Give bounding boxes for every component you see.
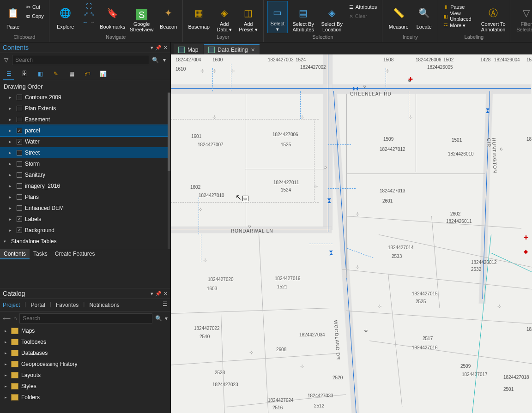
layer-item[interactable]: ▸ ✓ parcel [0,125,170,136]
list-labeling-icon[interactable]: 🏷 [82,69,92,79]
pause-labeling-button[interactable]: ⏸Pause [442,3,478,11]
expander-icon[interactable]: ▸ [5,384,8,389]
more-labeling-button[interactable]: ☲More ▾ [442,21,478,30]
basemap-button[interactable]: ▦Basemap [187,1,212,33]
layer-item[interactable]: ▸ Plan Extents [0,103,170,114]
catalog-item[interactable]: ▸Geoprocessing History [0,359,170,370]
visibility-checkbox[interactable] [17,194,22,200]
tab-create-features[interactable]: Create Features [51,249,99,259]
zoom-in-icon[interactable]: ⤢ [84,11,88,17]
expander-icon[interactable]: ▸ [5,362,8,366]
expander-icon[interactable]: ▸ [5,340,8,344]
expander-icon[interactable]: ▸ [5,395,8,400]
add-data-button[interactable]: ◈Add Data ▾ [214,1,235,33]
list-selection-icon[interactable]: ◧ [35,69,45,79]
list-editing-icon[interactable]: ✎ [51,69,61,79]
expander-icon[interactable]: ▸ [9,150,14,155]
expander-icon[interactable]: ▸ [9,206,14,210]
layer-item[interactable]: ▸ Street [0,147,170,158]
clear-selection-button[interactable]: ✕Clear [348,12,378,20]
visibility-checkbox[interactable] [17,172,22,178]
expander-icon[interactable]: ▸ [9,128,14,133]
beacon-button[interactable]: ✦Beacon [158,1,179,33]
next-extent-icon[interactable]: → [90,19,96,25]
prev-extent-icon[interactable]: ← [83,19,88,25]
catalog-item[interactable]: ▸Maps [0,325,170,336]
select-by-location-button[interactable]: ◈Select By Location [319,1,345,33]
layer-item[interactable]: ▸ ✓ Water [0,136,170,147]
expander-icon[interactable]: ▸ [5,373,8,377]
visibility-checkbox[interactable]: ✓ [17,227,22,233]
map-canvas[interactable]: GREENLEAF RD RONDARWAL LN WOODLAND DR HU… [171,54,532,413]
locate-button[interactable]: 🔍Locate [414,1,434,33]
view-unplaced-button[interactable]: ◧View Unplaced [442,12,478,20]
copy-button[interactable]: ⧉Copy [25,12,45,20]
visibility-checkbox[interactable] [17,117,22,122]
autohide-icon[interactable]: ▾ [151,291,153,297]
zoom-out-icon[interactable]: ⤡ [90,11,95,17]
expander-icon[interactable]: ▸ [9,162,14,166]
search-icon[interactable]: 🔍 [155,315,162,322]
dropdown-icon[interactable]: ▾ [165,315,168,322]
expander-icon[interactable]: ▸ [5,351,8,355]
paste-button[interactable]: 📋 Paste [4,1,22,33]
select-button[interactable]: ▭Select ▾ [267,1,288,33]
visibility-checkbox[interactable] [17,205,22,211]
standalone-table-item[interactable]: ▦gis.DBO.DynamicValue [0,247,170,249]
layer-item[interactable]: ▸ Enhanced DEM [0,203,170,214]
catalog-item[interactable]: ▸Databases [0,347,170,359]
list-snapping-icon[interactable]: ▦ [66,69,77,79]
layer-item[interactable]: ▸ Sanitary [0,169,170,180]
contents-search-input[interactable] [12,55,149,65]
list-source-icon[interactable]: 🗄 [19,69,30,79]
measure-button[interactable]: 📏Measure [386,1,411,33]
tab-contents[interactable]: Contents [0,249,30,259]
cut-button[interactable]: ✂Cut [25,3,45,11]
streetview-button[interactable]: SGoogle Streetview [128,1,156,33]
expander-icon[interactable]: ▸ [9,117,14,122]
filter-selected-button[interactable]: ▽Filter Selected [514,1,532,33]
autohide-icon[interactable]: ▾ [151,45,153,51]
catalog-tab-notifications[interactable]: Notifications [89,301,119,309]
catalog-tab-project[interactable]: Project [3,301,20,309]
attributes-button[interactable]: ☰Attributes [348,3,378,11]
standalone-tables-header[interactable]: ▾Standalone Tables [0,236,170,247]
list-drawing-order-icon[interactable]: ☰ [4,69,14,79]
map-tab-data-editing[interactable]: Data Editing✕ [204,44,259,54]
expander-icon[interactable]: ▸ [9,228,14,233]
convert-annotation-button[interactable]: ⒶConvert To Annotation [481,1,506,33]
map-tab-map[interactable]: Map [174,44,203,54]
catalog-tab-favorites[interactable]: Favorites [56,301,79,309]
pin-icon[interactable]: 📌 [155,45,162,51]
layer-item[interactable]: ▸ ✓ Labels [0,214,170,225]
list-chart-icon[interactable]: 📊 [98,69,108,79]
layer-item[interactable]: ▸ Easement [0,114,170,125]
visibility-checkbox[interactable] [17,95,22,100]
expander-icon[interactable]: ▸ [9,106,14,111]
close-icon[interactable]: ✕ [163,291,168,297]
layer-item[interactable]: ▸ Contours 2009 [0,92,170,103]
catalog-menu-icon[interactable]: ☰ [163,301,168,309]
layer-item[interactable]: ▸ ✓ Background [0,225,170,236]
explore-button[interactable]: 🌐Explore [53,1,78,33]
back-icon[interactable]: ⟵ [3,315,11,322]
expander-icon[interactable]: ▸ [9,195,14,199]
layer-item[interactable]: ▸ Storm [0,158,170,169]
select-by-attributes-button[interactable]: ▤Select By Attributes [290,1,316,33]
pin-icon[interactable]: 📌 [155,291,162,297]
filter-icon[interactable]: ▽ [3,57,9,63]
close-tab-icon[interactable]: ✕ [251,47,255,53]
expander-icon[interactable]: ▸ [9,173,14,177]
catalog-item[interactable]: ▸Layouts [0,370,170,381]
expander-icon[interactable]: ▸ [5,329,8,333]
expander-icon[interactable]: ▸ [9,217,14,221]
close-icon[interactable]: ✕ [163,45,168,51]
layer-item[interactable]: ▸ Plans [0,192,170,203]
options-icon[interactable]: ▾ [161,57,168,63]
expander-icon[interactable]: ▸ [9,184,14,188]
catalog-item[interactable]: ▸Styles [0,381,170,392]
visibility-checkbox[interactable] [17,106,22,111]
catalog-item[interactable]: ▸Folders [0,392,170,403]
add-preset-button[interactable]: ◫Add Preset ▾ [237,1,260,33]
home-icon[interactable]: ⌂ [13,315,17,322]
